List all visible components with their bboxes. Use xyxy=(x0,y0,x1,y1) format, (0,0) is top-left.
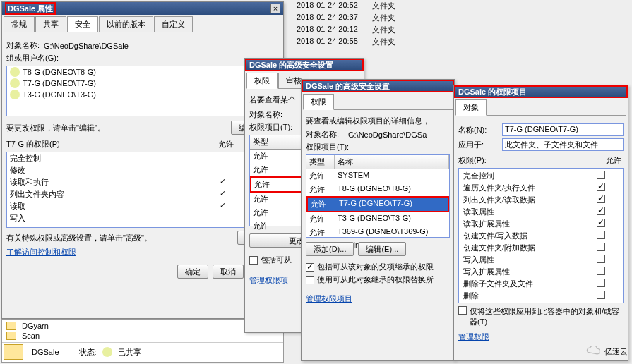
perm-table[interactable]: 类型名称 允许SYSTEM 允许T8-G (DGNEO\T8-G) 允许T7-G… xyxy=(306,154,450,238)
name-label: 名称(N): xyxy=(458,125,498,135)
object-name-label: 对象名称: xyxy=(249,109,282,120)
tab-previous[interactable]: 以前的版本 xyxy=(99,16,153,32)
include-checkbox[interactable] xyxy=(249,256,258,265)
user-item: T7-G (DGNEO\T7-G) xyxy=(7,78,278,89)
perm-list[interactable]: 完全控制 修改 读取和执行✓ 列出文件夹内容✓ 读取✓ 写入 xyxy=(6,152,279,228)
watermark: 亿速云 xyxy=(583,346,628,357)
tab-custom[interactable]: 自定义 xyxy=(154,16,193,32)
folder-item[interactable]: Scan xyxy=(4,331,282,341)
tab-general[interactable]: 常规 xyxy=(4,16,35,32)
folder-icon xyxy=(6,332,16,340)
tab-security[interactable]: 安全 xyxy=(67,16,98,32)
object-name-label: 对象名称: xyxy=(6,40,40,51)
user-item: T8-G (DGNEO\T8-G) xyxy=(7,66,278,78)
object-name-label: 对象名称: xyxy=(306,129,348,140)
shared-icon xyxy=(102,347,112,357)
cloud-icon xyxy=(583,346,602,357)
shared-text: 已共享 xyxy=(118,347,141,358)
properties-dialog: DGSale 属性 × 常规 共享 安全 以前的版本 自定义 对象名称:G:\N… xyxy=(1,1,284,319)
allow-header: 允许 xyxy=(208,139,244,150)
file-row: 2018-01-24 20:52文件夹 xyxy=(297,0,395,12)
tab-object[interactable]: 对象 xyxy=(455,99,487,116)
perm-label: 权限(P): xyxy=(458,155,604,166)
folder-icon-large xyxy=(4,344,23,360)
view-hint: 要查看或编辑权限项目的详细信息， xyxy=(306,116,450,126)
dialog-title: DGSale 的权限项目 xyxy=(458,87,527,97)
user-icon xyxy=(10,78,20,88)
file-row: 2018-01-24 20:37文件夹 xyxy=(297,12,395,24)
edit-button[interactable]: 编辑(E)... xyxy=(358,242,406,256)
add-button[interactable]: 添加(D)... xyxy=(306,242,354,256)
folder-icon xyxy=(6,322,16,330)
permission-entry-dialog: DGSale 的权限项目 对象 名称(N):T7-G (DGNEO\T7-G) … xyxy=(453,85,628,361)
close-icon[interactable]: × xyxy=(270,4,280,13)
ok-button[interactable]: 确定 xyxy=(177,265,208,279)
detailed-perm-list[interactable]: 完全控制 遍历文件夹/执行文件 列出文件夹/读取数据 读取属性 读取扩展属性 创… xyxy=(458,168,624,303)
acl-help-link[interactable]: 了解访问控制和权限 xyxy=(6,247,76,257)
name-field[interactable]: T7-G (DGNEO\T7-G) xyxy=(502,123,624,136)
file-row: 2018-01-24 20:12文件夹 xyxy=(297,24,395,36)
tabs: 常规 共享 安全 以前的版本 自定义 xyxy=(4,16,282,32)
perm-items-label: 权限项目(T): xyxy=(249,122,292,133)
status-label: 状态: xyxy=(79,347,97,358)
inherit-checkbox-2[interactable] xyxy=(306,276,314,284)
file-row: 2018-01-24 20:55文件夹 xyxy=(297,36,395,48)
apply-to-select[interactable]: 此文件夹、子文件夹和文件 xyxy=(502,138,624,151)
background-file-list: 2018-01-24 20:52文件夹 2018-01-24 20:37文件夹 … xyxy=(297,0,395,48)
manage-link[interactable]: 管理权限项目 xyxy=(306,293,352,304)
object-name-value: G:\NeoDgShare\DGSa xyxy=(348,131,427,139)
user-icon xyxy=(10,90,20,99)
allow-header: 允许 xyxy=(604,155,624,166)
user-item: T3-G (DGNEO\T3-G) xyxy=(7,89,278,100)
manage-link[interactable]: 管理权限 xyxy=(458,332,489,342)
dialog-title: DGSale 的高级安全设置 xyxy=(249,60,333,70)
change-hint: 要更改权限，请单击"编辑"。 xyxy=(6,123,231,133)
manage-link[interactable]: 管理权限项 xyxy=(249,275,288,286)
perm-items-label: 权限项目(T): xyxy=(306,142,349,152)
selected-row: 允许T7-G (DGNEO\T7-G) xyxy=(306,196,449,212)
user-icon xyxy=(10,67,20,77)
explorer-panel: DGyarn Scan DGSale 状态: 已共享 xyxy=(1,319,284,363)
advanced-hint: 有关特殊权限或高级设置，请单击"高级"。 xyxy=(6,233,237,243)
tab-permissions[interactable]: 权限 xyxy=(246,73,278,89)
perm-title: T7-G 的权限(P) xyxy=(6,139,208,150)
folder-item[interactable]: DGyarn xyxy=(4,321,282,331)
selected-folder-name: DGSale xyxy=(32,348,59,356)
group-users-label: 组或用户名(G): xyxy=(6,53,59,63)
tab-share[interactable]: 共享 xyxy=(35,16,66,32)
cancel-button[interactable]: 取消 xyxy=(213,265,244,279)
only-apply-checkbox[interactable] xyxy=(458,306,467,315)
dialog-title: DGSale 属性 xyxy=(5,2,56,15)
apply-to-label: 应用于: xyxy=(458,140,498,150)
inherit-checkbox-1[interactable] xyxy=(306,263,314,272)
object-name-value: G:\NeoDgShare\DGSale xyxy=(44,42,129,50)
dialog-title: DGSale 的高级安全设置 xyxy=(306,81,390,91)
tab-permissions[interactable]: 权限 xyxy=(303,94,334,110)
users-list[interactable]: T8-G (DGNEO\T8-G) T7-G (DGNEO\T7-G) T3-G… xyxy=(6,66,279,116)
advanced-security-dialog-2: DGSale 的高级安全设置 权限 要查看或编辑权限项目的详细信息， 对象名称:… xyxy=(301,79,455,361)
